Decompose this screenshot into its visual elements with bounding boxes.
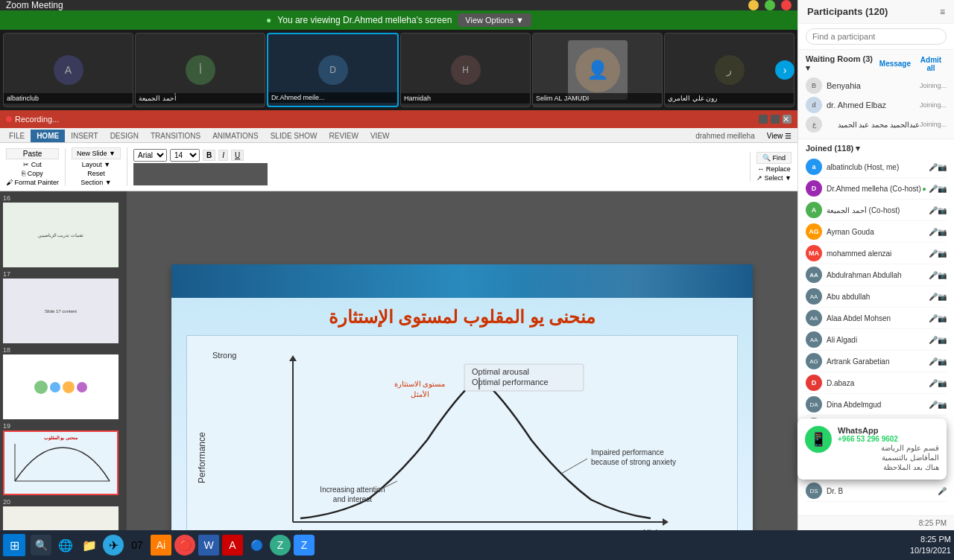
joined-name-dabaza: D.abaza [827, 379, 929, 387]
waiting-room-label[interactable]: Waiting Room (3) ▾ [806, 54, 879, 73]
slide-thumb-18[interactable]: 18 [3, 346, 124, 419]
chart-area: Strong Weak [214, 343, 730, 561]
close-button[interactable] [781, 0, 792, 10]
tab-home[interactable]: HOME [31, 130, 65, 142]
joined-avatar-artrank: AG [806, 353, 822, 369]
find-button[interactable]: 🔍 Find [756, 152, 792, 164]
bold-button[interactable]: B [203, 150, 215, 161]
ppt-restore[interactable] [771, 115, 780, 124]
taskbar-word[interactable]: W [198, 535, 219, 556]
new-slide-button[interactable]: New Slide ▼ [72, 147, 121, 159]
joined-icons-drahmed: ●🎤📷 [922, 185, 947, 193]
joined-person-dabaza: D D.abaza 🎤📷 [806, 372, 947, 394]
whatsapp-notification[interactable]: 📱 WhatsApp +966 53 296 9602 قسم علوم الر… [797, 419, 947, 480]
paste-button[interactable]: Paste [6, 148, 59, 159]
taskbar-app2[interactable]: 🔴 [174, 535, 195, 556]
slide-thumb-17[interactable]: 17 Slide 17 content [3, 270, 124, 343]
joined-label[interactable]: Joined (118) ▾ [806, 144, 860, 153]
tab-slideshow[interactable]: SLIDE SHOW [265, 130, 323, 142]
replace-button[interactable]: ↔ Replace [756, 165, 792, 173]
section-button[interactable]: Section ▼ [72, 179, 121, 186]
tab-animations[interactable]: ANIMATIONS [206, 130, 264, 142]
taskbar-app1[interactable]: 07 [127, 535, 148, 556]
taskbar-zoom[interactable]: Z [294, 535, 315, 556]
ppt-view-btn[interactable]: View ☰ [761, 130, 797, 142]
participant-tile-5[interactable]: 👤 Selim AL JAMUDI [532, 33, 663, 107]
slide-thumb-19[interactable]: 19 منحنى يو المقلوب [3, 422, 124, 495]
ppt-close[interactable]: ✕ [783, 115, 792, 124]
format-painter-button[interactable]: 🖌 Format Painter [6, 179, 59, 186]
taskbar-app3[interactable]: 🔵 [246, 535, 267, 556]
minimize-button[interactable] [748, 0, 759, 10]
participant-tile-4[interactable]: H Hamidah [400, 33, 531, 107]
taskbar-acrobat[interactable]: A [222, 535, 243, 556]
joined-avatar-mohammed: MA [806, 245, 822, 261]
underline-button[interactable]: U [231, 150, 244, 161]
joined-avatar-abdulrahman: AA [806, 267, 822, 283]
avatar-4: H [451, 55, 481, 85]
slide-thumb-16[interactable]: 16 تقنيات تدريب الرياضيين [3, 194, 124, 267]
taskbar-search[interactable]: 🔍 [31, 535, 51, 556]
whatsapp-app-name: WhatsApp [838, 426, 939, 435]
admit-all-button[interactable]: Admit all [915, 56, 947, 72]
title-bar: Zoom Meeting [0, 0, 797, 10]
joined-icons-mohammed: 🎤📷 [929, 249, 947, 258]
participant-name-1: albatinclub [4, 93, 133, 104]
ppt-user: drahmed meilleha [689, 130, 761, 142]
joined-avatar-drb: DS [806, 483, 822, 499]
whatsapp-icon: 📱 [805, 426, 832, 453]
ppt-recording-label: Recording... [15, 115, 59, 124]
message-waiting-button[interactable]: Message [879, 56, 911, 72]
participant-tile-2[interactable]: أ أحمد الجميعة [135, 33, 265, 107]
joined-name-dina: Dina Abdelmgud [827, 401, 929, 409]
waiting-person-2: d dr. Ahmed Elbaz Joining... [806, 95, 947, 115]
svg-text:Optimal arousal: Optimal arousal [472, 367, 529, 376]
reset-button[interactable]: Reset [72, 170, 121, 177]
participant-tile-3[interactable]: D Dr.Ahmed meile... [267, 33, 399, 107]
main-editing-area: 16 تقنيات تدريب الرياضيين 17 Slide 17 co… [0, 191, 797, 560]
font-family-select[interactable]: Arial [133, 149, 167, 162]
avatar-1: A [54, 55, 83, 85]
slide-title: منحنى يو المقلوب لمستوى الإستثارة [186, 307, 738, 328]
waiting-person-3: ع عبدالحميد محمد عبد الحميد Joining... [806, 115, 947, 134]
joined-icons-abuabdullah: 🎤📷 [929, 293, 947, 301]
sidebar-close-icon[interactable]: ≡ [940, 7, 945, 17]
taskbar-edge[interactable]: 🌐 [55, 535, 76, 556]
avatar-3: D [318, 55, 348, 85]
taskbar-app4[interactable]: Z [270, 535, 291, 556]
participant-tile-1[interactable]: A albatinclub [3, 33, 133, 107]
joined-name-abuabdullah: Abu abdullah [827, 293, 929, 301]
tab-view[interactable]: VIEW [364, 130, 396, 142]
joined-icons-dina: 🎤📷 [929, 401, 947, 409]
tab-design[interactable]: DESIGN [104, 130, 145, 142]
participant-search-input[interactable] [806, 28, 947, 45]
taskbar-illustrator[interactable]: Ai [151, 535, 171, 556]
waiting-status-1: Joining... [920, 82, 947, 89]
next-participant-arrow[interactable]: › [775, 60, 795, 80]
app-title: Zoom Meeting [6, 0, 63, 10]
font-size-select[interactable]: 14 [170, 149, 200, 162]
layout-button[interactable]: Layout ▼ [72, 161, 121, 168]
joined-avatar-dabaza: D [806, 375, 822, 391]
joined-name-drb: Dr. B [827, 487, 938, 495]
clock-date: 10/19/2021 [910, 545, 951, 556]
tab-review[interactable]: REVIEW [323, 130, 364, 142]
taskbar-telegram[interactable]: ✈ [103, 535, 124, 556]
tab-file[interactable]: FILE [3, 130, 31, 142]
italic-button[interactable]: I [218, 150, 228, 161]
copy-button[interactable]: ⎘ Copy [6, 170, 59, 177]
ppt-minimize[interactable] [759, 115, 768, 124]
taskbar-explorer[interactable]: 📁 [79, 535, 100, 556]
select-button[interactable]: ↗ Select ▼ [756, 174, 792, 182]
cut-button[interactable]: ✂ Cut [6, 161, 59, 168]
participants-top-bar: A albatinclub أ أحمد الجميعة D Dr.Ahmed … [0, 30, 797, 110]
joined-person-ali: AA Ali Algadi 🎤📷 [806, 329, 947, 351]
maximize-button[interactable] [765, 0, 775, 10]
tab-transitions[interactable]: TRANSITIONS [145, 130, 206, 142]
waiting-avatar-1: B [806, 77, 822, 94]
view-options-button[interactable]: View Options ▼ [458, 13, 531, 27]
slide-main[interactable]: منحنى يو المقلوب لمستوى الإستثارة Perfor… [171, 264, 753, 561]
start-button[interactable]: ⊞ [3, 534, 25, 556]
joined-icons-ali: 🎤📷 [929, 336, 947, 344]
tab-insert[interactable]: INSERT [65, 130, 104, 142]
